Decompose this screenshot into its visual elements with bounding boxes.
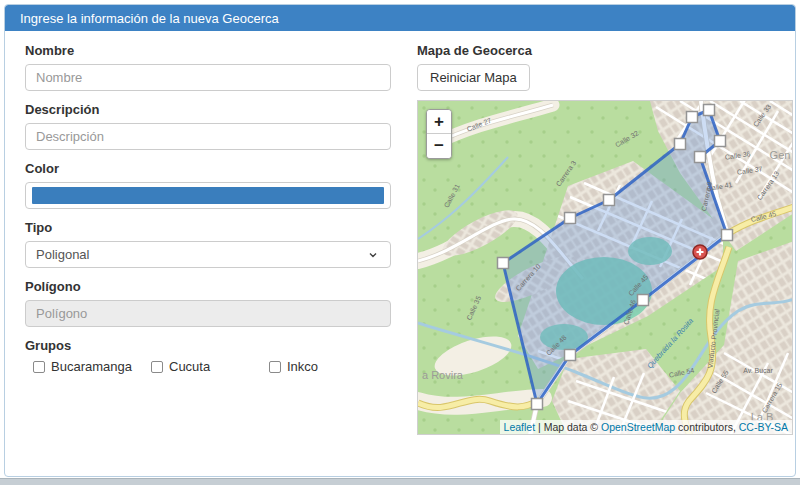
grupo-bucaramanga-label: Bucaramanga bbox=[51, 359, 132, 374]
place-label: a Rovira bbox=[422, 369, 464, 381]
grupo-item-inkco: Inkco bbox=[269, 359, 387, 374]
map-tiles: Calle 27 Calle 31 Calle 32 Carrera 3 Car… bbox=[418, 101, 793, 435]
vertex-handle[interactable] bbox=[675, 139, 686, 150]
grupo-cucuta-label: Cucuta bbox=[169, 359, 210, 374]
geofence-panel: Ingrese la información de la nueva Geoce… bbox=[4, 4, 796, 477]
vertex-handle[interactable] bbox=[715, 136, 726, 147]
map-attribution: Leaflet | Map data © OpenStreetMap contr… bbox=[500, 420, 792, 434]
panel-body: Nombre Descripción Color Tipo Poligonal bbox=[5, 31, 795, 477]
grupo-inkco-checkbox[interactable] bbox=[269, 361, 281, 373]
geofence-form: Nombre Descripción Color Tipo Poligonal bbox=[25, 43, 391, 477]
vertex-handle[interactable] bbox=[498, 258, 509, 269]
grupo-item-cucuta: Cucuta bbox=[151, 359, 269, 374]
license-link[interactable]: CC-BY-SA bbox=[739, 421, 788, 433]
window-edge bbox=[0, 478, 800, 485]
map-section-title: Mapa de Geocerca bbox=[417, 43, 796, 58]
openstreetmap-link[interactable]: OpenStreetMap bbox=[601, 421, 675, 433]
grupo-cucuta-checkbox[interactable] bbox=[151, 361, 163, 373]
leaflet-link[interactable]: Leaflet bbox=[504, 421, 536, 433]
color-swatch bbox=[32, 187, 384, 204]
attribution-text: contributors, bbox=[675, 421, 739, 433]
place-label: Gen bbox=[770, 149, 791, 161]
nombre-label: Nombre bbox=[25, 43, 391, 58]
vertex-handle[interactable] bbox=[565, 350, 576, 361]
color-input[interactable] bbox=[25, 182, 391, 209]
reset-map-button[interactable]: Reiniciar Mapa bbox=[417, 64, 530, 91]
vertex-handle[interactable] bbox=[695, 152, 706, 163]
grupo-item-bucaramanga: Bucaramanga bbox=[33, 359, 151, 374]
grupos-options: Bucaramanga Cucuta Inkco bbox=[25, 359, 391, 374]
descripcion-input[interactable] bbox=[25, 123, 391, 150]
attribution-text: | Map data © bbox=[535, 421, 601, 433]
grupos-label: Grupos bbox=[25, 338, 391, 353]
vertex-handle[interactable] bbox=[704, 105, 715, 116]
vertex-handle[interactable] bbox=[532, 399, 543, 410]
street-label: Av. Bucar bbox=[743, 367, 773, 374]
descripcion-label: Descripción bbox=[25, 102, 391, 117]
panel-title: Ingrese la información de la nueva Geoce… bbox=[5, 5, 795, 31]
vertex-handle[interactable] bbox=[638, 295, 649, 306]
tipo-label: Tipo bbox=[25, 220, 391, 235]
nombre-input[interactable] bbox=[25, 64, 391, 91]
zoom-out-button[interactable]: − bbox=[427, 134, 451, 158]
vertex-handle[interactable] bbox=[722, 230, 733, 241]
map-canvas[interactable]: Calle 27 Calle 31 Calle 32 Carrera 3 Car… bbox=[417, 100, 793, 435]
tipo-select[interactable]: Poligonal bbox=[25, 241, 391, 268]
vertex-handle[interactable] bbox=[604, 195, 615, 206]
map-section: Mapa de Geocerca Reiniciar Mapa bbox=[417, 43, 796, 477]
poligono-label: Polígono bbox=[25, 279, 391, 294]
color-label: Color bbox=[25, 161, 391, 176]
tipo-selected-value: Poligonal bbox=[36, 247, 90, 262]
vertex-handle[interactable] bbox=[565, 213, 576, 224]
vertex-handle[interactable] bbox=[687, 112, 698, 123]
grupo-inkco-label: Inkco bbox=[287, 359, 318, 374]
poi-marker bbox=[693, 245, 707, 259]
zoom-in-button[interactable]: + bbox=[427, 110, 451, 134]
chevron-down-icon bbox=[368, 250, 378, 260]
grupo-bucaramanga-checkbox[interactable] bbox=[33, 361, 45, 373]
map-zoom-control: + − bbox=[426, 109, 452, 159]
poligono-input bbox=[25, 300, 391, 327]
